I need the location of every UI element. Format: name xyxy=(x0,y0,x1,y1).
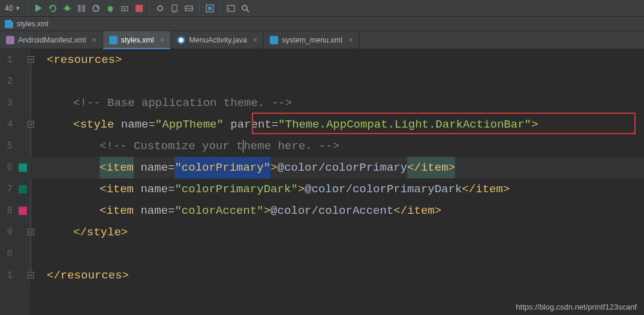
run-config-label: 40 xyxy=(5,4,13,13)
svg-line-24 xyxy=(246,10,249,12)
code-line: <resources> xyxy=(47,49,122,71)
attach-debugger-icon[interactable] xyxy=(118,2,131,15)
svg-marker-0 xyxy=(35,4,42,12)
apply-changes-icon[interactable] xyxy=(46,2,59,15)
search-everywhere-icon[interactable] xyxy=(239,2,252,15)
code-editor[interactable]: 1 2 3 4 5 6 7 8 9 0 1 <resources> <!-- B… xyxy=(0,49,644,315)
svg-point-17 xyxy=(174,10,175,11)
tab-systemmenu[interactable]: system_menu.xml × xyxy=(264,31,359,49)
tab-label: styles.xml xyxy=(121,36,154,44)
svg-line-9 xyxy=(96,7,98,8)
tab-label: AndroidManifest.xml xyxy=(18,36,86,44)
svg-marker-14 xyxy=(124,8,126,10)
sync-icon[interactable] xyxy=(154,2,167,15)
code-line: <style name="AppTheme" parent="Theme.App… xyxy=(47,114,538,135)
color-swatch-icon[interactable] xyxy=(19,207,27,215)
svg-rect-6 xyxy=(78,5,81,12)
line-number: 3 xyxy=(2,92,13,114)
tab-label: system_menu.xml xyxy=(282,36,342,44)
sdk-manager-icon[interactable] xyxy=(182,2,195,15)
svg-rect-7 xyxy=(82,5,85,12)
main-toolbar: 40 ▼ xyxy=(0,0,644,17)
tab-label: MenuActivity.java xyxy=(189,36,246,44)
svg-rect-22 xyxy=(227,5,234,11)
svg-point-10 xyxy=(108,6,113,12)
line-number: 6 xyxy=(2,157,13,178)
breadcrumb-file[interactable]: styles.xml xyxy=(17,20,49,28)
code-line: <!-- Base application theme. --> xyxy=(47,92,292,114)
editor-gutter: 1 2 3 4 5 6 7 8 9 0 1 xyxy=(0,49,30,315)
code-line: <!-- Customize your theme here. --> xyxy=(47,135,339,157)
editor-tabs: AndroidManifest.xml × styles.xml × MenuA… xyxy=(0,31,644,49)
line-number: 1 xyxy=(2,265,13,286)
layout-inspector-icon[interactable] xyxy=(203,2,216,15)
code-line: <item name="colorPrimaryDark">@color/col… xyxy=(47,178,510,200)
line-number: 1 xyxy=(2,49,13,71)
tab-menuactivity[interactable]: MenuActivity.java × xyxy=(171,31,264,49)
code-line: </resources> xyxy=(47,265,129,286)
close-icon[interactable]: × xyxy=(89,35,97,44)
xml-file-icon xyxy=(109,36,118,44)
tab-androidmanifest[interactable]: AndroidManifest.xml × xyxy=(0,31,103,49)
shell-icon[interactable] xyxy=(224,2,237,15)
avd-manager-icon[interactable] xyxy=(168,2,181,15)
coverage-icon[interactable] xyxy=(75,2,88,15)
svg-point-23 xyxy=(242,5,247,10)
tab-styles[interactable]: styles.xml × xyxy=(103,31,171,49)
watermark-text: https://blog.csdn.net/printf123scanf xyxy=(516,302,637,311)
code-area[interactable]: <resources> <!-- Base application theme.… xyxy=(30,49,644,315)
svg-point-2 xyxy=(65,6,70,11)
color-swatch-icon[interactable] xyxy=(19,163,27,172)
xml-file-icon xyxy=(5,20,13,28)
line-number: 0 xyxy=(2,243,13,265)
breadcrumb-bar: styles.xml xyxy=(0,17,644,31)
close-icon[interactable]: × xyxy=(346,35,353,44)
close-icon[interactable]: × xyxy=(251,35,258,44)
code-line: <item name="colorAccent">@color/colorAcc… xyxy=(47,200,441,222)
svg-rect-21 xyxy=(208,7,212,10)
line-number: 4 xyxy=(2,114,13,135)
debug-icon[interactable] xyxy=(61,2,74,15)
stop-icon[interactable] xyxy=(133,2,146,15)
toolbar-separator xyxy=(220,3,221,14)
java-file-icon xyxy=(177,36,185,44)
color-swatch-icon[interactable] xyxy=(19,185,27,193)
run-config-selector[interactable]: 40 ▼ xyxy=(4,4,24,13)
run-icon[interactable] xyxy=(32,2,45,15)
line-number: 8 xyxy=(2,200,13,222)
line-number: 9 xyxy=(2,222,13,243)
manifest-file-icon xyxy=(6,36,14,44)
code-line-current: <item name="colorPrimary">@color/colorPr… xyxy=(30,157,644,178)
bug-icon[interactable] xyxy=(104,2,117,15)
close-icon[interactable]: × xyxy=(158,35,165,44)
profile-icon[interactable] xyxy=(89,2,103,15)
code-line: </style> xyxy=(47,222,128,243)
xml-file-icon xyxy=(270,36,278,44)
toolbar-separator xyxy=(199,3,200,14)
dropdown-icon: ▼ xyxy=(15,5,20,11)
toolbar-separator xyxy=(149,3,150,14)
line-number: 5 xyxy=(2,135,13,157)
toolbar-separator xyxy=(28,3,28,14)
line-number: 7 xyxy=(2,178,13,200)
line-number: 2 xyxy=(2,71,13,92)
svg-rect-15 xyxy=(136,5,143,12)
